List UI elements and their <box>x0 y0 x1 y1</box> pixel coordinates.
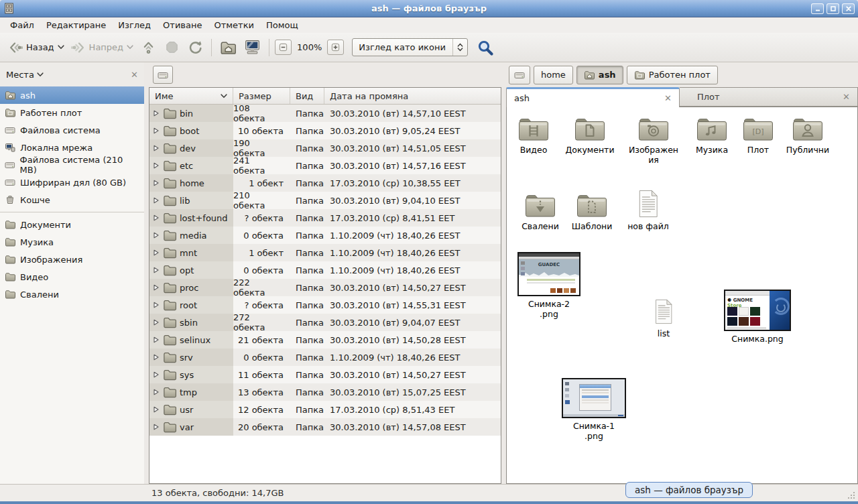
icon-item-images[interactable]: Изображения <box>627 115 680 165</box>
path-ash-button[interactable]: ash <box>576 66 623 84</box>
resize-grip[interactable] <box>848 491 856 499</box>
table-row-media[interactable]: media0 обектаПапка1.10.2009 (чт) 18,40,2… <box>149 227 501 244</box>
expander-icon[interactable] <box>153 302 160 308</box>
icon-item-documents[interactable]: Документи <box>562 115 618 155</box>
expander-icon[interactable] <box>153 354 160 361</box>
table-row-lib[interactable]: lib210 обектаПапка30.03.2010 (вт) 9,04,1… <box>149 192 501 209</box>
expander-icon[interactable] <box>153 127 160 134</box>
icon-item-music[interactable]: Музика <box>684 115 740 155</box>
up-button[interactable] <box>137 37 160 58</box>
icon-item-desktop[interactable]: Плот <box>737 115 779 155</box>
column-header-size[interactable]: Размер <box>233 88 290 104</box>
table-row-home[interactable]: home1 обектПапка17.03.2010 (ср) 10,38,55… <box>149 174 501 192</box>
table-row-srv[interactable]: srv0 обектаПапка1.10.2009 (чт) 18,40,26 … <box>149 349 501 366</box>
table-row-etc[interactable]: etc241 обектаПапка30.03.2010 (вт) 14,57,… <box>149 157 501 174</box>
expander-icon[interactable] <box>153 145 160 151</box>
root-location-button[interactable] <box>153 66 173 84</box>
sidebar-item-documents[interactable]: Документи <box>0 216 144 233</box>
table-row-root[interactable]: root? обектаПапка30.03.2010 (вт) 14,55,3… <box>149 296 501 314</box>
back-button[interactable]: Назад <box>5 38 68 58</box>
sidebar-item-encrypted-80gb[interactable]: Шифриран дял (80 GB) <box>0 174 144 191</box>
table-row-opt[interactable]: opt0 обектаПапка1.10.2009 (чт) 18,40,26 … <box>149 261 501 279</box>
pane-splitter[interactable] <box>144 62 149 484</box>
forward-button[interactable]: Напред <box>68 38 137 58</box>
sidebar-item-local-network[interactable]: Локална мрежа <box>0 139 144 156</box>
menu-bookmarks[interactable]: Отметки <box>208 19 259 32</box>
expander-icon[interactable] <box>153 389 160 395</box>
minimize-button[interactable] <box>811 3 824 14</box>
table-row-bin[interactable]: bin108 обектаПапка30.03.2010 (вт) 14,57,… <box>149 105 501 122</box>
sidebar-title[interactable]: Места <box>6 70 34 80</box>
table-row-sbin[interactable]: sbin272 обектаПапка30.03.2010 (вт) 9,04,… <box>149 314 501 331</box>
pane-splitter[interactable] <box>501 62 506 484</box>
sidebar-close-icon[interactable]: ✕ <box>131 70 138 80</box>
menu-help[interactable]: Помощ <box>260 19 304 32</box>
column-header-name[interactable]: Име <box>149 88 233 104</box>
icon-item-templates[interactable]: Шаблони <box>563 192 621 231</box>
expander-icon[interactable] <box>153 319 160 326</box>
expander-icon[interactable] <box>153 406 160 413</box>
table-row-lost-found[interactable]: lost+found? обектаПапка17.03.2010 (ср) 8… <box>149 209 501 227</box>
sidebar-item-filesystem-210mb[interactable]: Файлова система (210 MB) <box>0 156 144 174</box>
reload-button[interactable] <box>184 37 207 58</box>
sidebar-item-video[interactable]: Видео <box>0 268 144 286</box>
icon-view[interactable]: Видео Документи Изображения Музика Плот … <box>506 107 858 484</box>
table-row-tmp[interactable]: tmp13 обектаПапка30.03.2010 (вт) 15,07,2… <box>149 383 501 401</box>
tab-close-icon[interactable]: ✕ <box>843 92 850 102</box>
expander-icon[interactable] <box>153 336 160 343</box>
sidebar-item-trash[interactable]: Кошче <box>0 191 144 208</box>
computer-button[interactable] <box>240 36 265 58</box>
icon-item-snimka-2[interactable]: GUADEC Снимка-2.png <box>516 252 582 319</box>
table-row-mnt[interactable]: mnt1 обектПапка1.10.2009 (чт) 18,40,26 E… <box>149 244 501 261</box>
table-row-var[interactable]: var20 обектаПапка30.03.2010 (вт) 14,57,0… <box>149 418 501 436</box>
home-button[interactable] <box>216 37 240 58</box>
expander-icon[interactable] <box>153 162 160 169</box>
icon-item-snimka-1[interactable]: Снимка-1.png <box>562 378 626 441</box>
path-desktop-button[interactable]: Работен плот <box>627 66 718 84</box>
sidebar-item-images[interactable]: Изображения <box>0 251 144 268</box>
expander-icon[interactable] <box>153 180 160 186</box>
expander-icon[interactable] <box>153 110 160 117</box>
sidebar-item-ash[interactable]: ash <box>0 86 144 104</box>
icon-item-list[interactable]: list <box>638 298 689 338</box>
menu-go[interactable]: Отиване <box>157 19 208 32</box>
sidebar-item-music[interactable]: Музика <box>0 233 144 251</box>
expander-icon[interactable] <box>153 424 160 430</box>
zoom-out-button[interactable] <box>275 40 292 55</box>
table-row-boot[interactable]: boot10 обектаПапка30.03.2010 (вт) 9,05,2… <box>149 122 501 139</box>
search-button[interactable] <box>475 37 496 58</box>
column-header-type[interactable]: Вид <box>290 88 324 104</box>
expander-icon[interactable] <box>153 214 160 221</box>
icon-item-new-file[interactable]: нов файл <box>619 189 677 231</box>
table-row-sys[interactable]: sys11 обектаПапка30.03.2010 (вт) 14,50,2… <box>149 366 501 383</box>
icon-item-public[interactable]: Публични <box>779 115 837 155</box>
table-row-dev[interactable]: dev190 обектаПапка30.03.2010 (вт) 14,51,… <box>149 139 501 157</box>
zoom-in-button[interactable] <box>327 40 344 55</box>
maximize-button[interactable] <box>826 3 839 14</box>
table-row-proc[interactable]: proc222 обектаПапка30.03.2010 (вт) 14,50… <box>149 279 501 296</box>
sidebar-item-desktop[interactable]: Работен плот <box>0 104 144 121</box>
table-row-usr[interactable]: usr12 обектаПапка17.03.2010 (ср) 8,51,43… <box>149 401 501 418</box>
expander-icon[interactable] <box>153 284 160 291</box>
sidebar-item-filesystem[interactable]: Файлова система <box>0 121 144 139</box>
menu-view[interactable]: Изглед <box>112 19 157 32</box>
expander-icon[interactable] <box>153 232 160 239</box>
sidebar-item-downloads[interactable]: Свалени <box>0 286 144 303</box>
expander-icon[interactable] <box>153 371 160 378</box>
menu-edit[interactable]: Редактиране <box>40 19 112 32</box>
menu-file[interactable]: Файл <box>4 19 40 32</box>
path-home-button[interactable]: home <box>534 66 573 84</box>
path-root-button[interactable] <box>509 66 530 84</box>
view-selector[interactable]: Изглед като икони <box>352 38 468 56</box>
tab-close-icon[interactable]: ✕ <box>664 93 672 103</box>
table-row-selinux[interactable]: selinux21 обектаПапка30.03.2010 (вт) 14,… <box>149 331 501 349</box>
tab-plot[interactable]: Плот ✕ <box>680 87 858 107</box>
close-button[interactable] <box>842 3 855 14</box>
expander-icon[interactable] <box>153 267 160 273</box>
column-header-date[interactable]: Дата на промяна <box>324 88 501 104</box>
stop-button[interactable] <box>160 37 184 58</box>
chevron-down-icon[interactable] <box>37 72 44 77</box>
icon-item-video[interactable]: Видео <box>507 115 560 155</box>
icon-item-snimka[interactable]: ⚈ GNOME Store <box>721 290 794 344</box>
icon-item-downloads[interactable]: Свалени <box>511 192 570 231</box>
